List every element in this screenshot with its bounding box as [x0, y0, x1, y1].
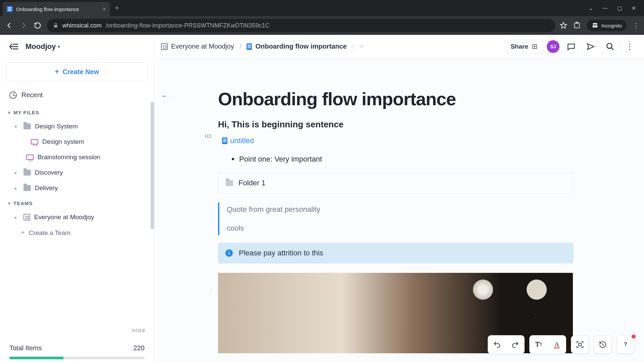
caret-right-icon: ▸	[15, 186, 19, 191]
bullet-item[interactable]: Point one: Very important	[231, 154, 574, 164]
search-button[interactable]	[602, 39, 618, 55]
chevron-down-icon	[58, 44, 60, 49]
text-size-button[interactable]: TT	[530, 336, 548, 354]
org-icon	[161, 43, 168, 50]
org-icon	[23, 214, 30, 221]
extensions-icon[interactable]	[573, 22, 581, 29]
bookmark-star-icon[interactable]	[560, 22, 567, 29]
info-icon: i	[225, 249, 233, 257]
favorite-star-icon[interactable]: ☆	[350, 43, 356, 51]
mouse-cursor-icon: ↖	[528, 311, 533, 318]
create-new-label: Create New	[62, 68, 99, 76]
tab-search-icon[interactable]: ⌄	[589, 5, 593, 11]
tab-close-icon[interactable]: ×	[102, 6, 106, 13]
doc-body[interactable]: – H3 Onboarding flow importance Hi, This…	[154, 58, 644, 362]
linked-doc-label: untitled	[230, 136, 254, 145]
recent-link[interactable]: Recent	[0, 88, 151, 105]
usage-progress-fill	[9, 357, 63, 359]
workspace-name: Moodjoy	[25, 42, 56, 51]
text-style-button[interactable]: A	[548, 336, 566, 354]
undo-button[interactable]	[488, 336, 506, 354]
tree-folder-design-system[interactable]: ▾ Design System	[0, 119, 151, 134]
create-team-button[interactable]: + Create a Team	[0, 225, 151, 241]
doc-h3[interactable]: Hi, This is beginning sentence	[218, 119, 574, 130]
comments-button[interactable]	[563, 39, 579, 55]
browser-tab[interactable]: Onboarding flow importance ×	[3, 2, 110, 16]
window-controls: ⌄ — ▢ ✕	[589, 5, 641, 11]
breadcrumb-root[interactable]: Everyone at Moodjoy	[171, 43, 234, 50]
focus-mode-button[interactable]	[571, 336, 589, 354]
help-button[interactable]: ?	[616, 336, 635, 354]
tree-board-design-system[interactable]: Design system	[0, 134, 151, 149]
sync-icon: ⟳	[360, 43, 364, 50]
address-bar: whimsical.com/onboarding-flow-importance…	[0, 16, 644, 35]
bullet-text: Point one: Very important	[239, 155, 322, 164]
doc-header: Everyone at Moodjoy / Onboarding flow im…	[154, 35, 644, 58]
triangle-down-icon	[8, 110, 11, 115]
browser-chrome: Onboarding flow importance × + ⌄ — ▢ ✕ w…	[0, 0, 644, 35]
plus-icon: +	[21, 229, 25, 237]
outline-marker[interactable]: –	[162, 92, 166, 100]
doc-title[interactable]: Onboarding flow importance	[218, 88, 574, 109]
block-drag-handle-icon[interactable]: ⋮⋮	[208, 286, 220, 294]
tab-bar: Onboarding flow importance × + ⌄ — ▢ ✕	[0, 0, 644, 16]
share-button[interactable]: Share	[505, 40, 543, 53]
quote-line-1: Quote from great personality	[227, 205, 574, 214]
browser-menu-icon[interactable]: ⋮	[633, 21, 639, 29]
more-menu-button[interactable]: ⋮	[621, 39, 637, 55]
breadcrumb-doc[interactable]: Onboarding flow importance	[255, 43, 346, 50]
notification-dot-icon	[632, 335, 636, 339]
sidebar-collapse-button[interactable]	[8, 41, 19, 52]
window-maximize-icon[interactable]: ▢	[617, 5, 622, 11]
caret-right-icon: ▸	[15, 170, 19, 175]
user-avatar[interactable]: SJ	[547, 40, 559, 53]
tree-label: Discovery	[35, 169, 63, 176]
plus-icon: +	[55, 67, 59, 76]
lock-icon	[53, 23, 58, 28]
tree-folder-discovery[interactable]: ▸ Discovery	[0, 165, 151, 180]
window-minimize-icon[interactable]: —	[602, 5, 608, 11]
forward-button[interactable]	[19, 21, 28, 30]
linked-doc[interactable]: untitled	[222, 136, 254, 145]
workspace-switcher[interactable]: Moodjoy	[25, 42, 60, 51]
quote-block[interactable]: Quote from great personality cools	[218, 202, 574, 235]
history-button[interactable]	[594, 336, 612, 354]
redo-button[interactable]	[506, 336, 524, 354]
url-field[interactable]: whimsical.com/onboarding-flow-importance…	[47, 19, 555, 32]
info-callout[interactable]: i Please pay attrition to this	[218, 243, 574, 263]
tree-board-brainstorming[interactable]: Brainstomring session	[0, 149, 151, 165]
tree-label: Delivery	[35, 184, 58, 192]
quote-line-2: cools	[227, 224, 574, 233]
callout-text: Please pay attrition to this	[239, 249, 323, 257]
section-teams[interactable]: TEAMS	[0, 196, 151, 209]
doc-icon	[222, 137, 227, 144]
help-icon: ?	[624, 342, 627, 348]
tree-folder-delivery[interactable]: ▸ Delivery	[0, 180, 151, 196]
avatar-initials: SJ	[550, 44, 556, 49]
section-my-files[interactable]: MY FILES	[0, 105, 151, 119]
tree-label: Everyone at Moodjoy	[34, 214, 94, 221]
presentation-icon	[31, 139, 38, 144]
incognito-badge[interactable]: Incognito	[587, 20, 627, 31]
svg-rect-6	[579, 343, 581, 346]
tree-label: Design System	[35, 123, 78, 130]
teams-label: TEAMS	[13, 200, 33, 206]
clock-icon	[9, 92, 17, 99]
send-button[interactable]	[582, 39, 598, 55]
create-new-button[interactable]: + Create New	[6, 62, 148, 81]
back-button[interactable]	[5, 21, 14, 30]
total-items-value: 220	[133, 344, 145, 352]
sidebar-scrollbar[interactable]	[151, 102, 154, 229]
new-tab-button[interactable]: +	[110, 4, 124, 12]
breadcrumb: Everyone at Moodjoy / Onboarding flow im…	[161, 43, 364, 51]
triangle-down-icon	[8, 201, 11, 206]
sidebar: Moodjoy + Create New Recent MY FILES ▾ D…	[0, 35, 154, 362]
reload-button[interactable]	[33, 21, 42, 30]
hide-label[interactable]: HIDE	[132, 328, 146, 333]
folder-block-label: Folder 1	[238, 179, 266, 187]
usage-stats: Total Items 220	[0, 338, 154, 362]
folder-block[interactable]: Folder 1	[218, 172, 574, 194]
tree-team-everyone[interactable]: ▸ Everyone at Moodjoy	[0, 209, 151, 225]
create-team-label: Create a Team	[29, 229, 70, 237]
window-close-icon[interactable]: ✕	[632, 5, 636, 11]
